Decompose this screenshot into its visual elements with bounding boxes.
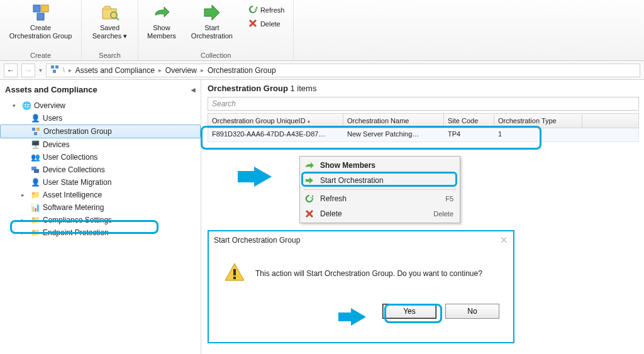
cell-uniqueid: F891D320-AAA6-47DD-A43E-D87… <box>208 128 343 141</box>
folder-search-icon <box>100 3 120 23</box>
show-members-button[interactable]: Show Members <box>145 1 179 41</box>
breadcrumb-overview[interactable]: Overview <box>165 66 197 75</box>
context-label: Refresh <box>320 194 347 203</box>
saved-searches-button[interactable]: Saved Searches ▾ <box>90 1 130 41</box>
navigation-bar: ← → ▾ \▸ Assets and Compliance ▸ Overvie… <box>0 61 644 80</box>
svg-rect-1 <box>42 5 48 12</box>
column-uniqueid[interactable]: Orchestration Group UniqueID▴ <box>208 114 343 128</box>
search-input[interactable]: Search <box>208 97 639 111</box>
context-separator <box>304 189 456 190</box>
tree-node-asset-intelligence[interactable]: ▸📁Asset Intelligence <box>0 189 201 201</box>
start-orchestration-button[interactable]: Start Orchestration <box>189 1 235 41</box>
ribbon: Create Orchestration Group Create Saved … <box>0 0 644 61</box>
ribbon-group-create: Create <box>30 52 51 60</box>
context-delete[interactable]: Delete Delete <box>301 206 458 221</box>
delete-button[interactable]: Delete <box>245 18 287 30</box>
context-label: Delete <box>320 209 342 218</box>
ribbon-group-collection: Collection <box>201 52 231 60</box>
tree-label: Users <box>43 114 62 123</box>
tree-node-users[interactable]: 👤Users <box>0 112 201 124</box>
navigation-tree: Assets and Compliance ◂ ▾🌐Overview 👤User… <box>0 80 201 354</box>
tree-label: User Collections <box>43 153 97 162</box>
refresh-button[interactable]: Refresh <box>245 4 287 16</box>
context-menu: Show Members Start Orchestration Refresh… <box>299 156 460 223</box>
metering-icon: 📊 <box>30 202 40 213</box>
play-arrow-icon <box>202 3 222 23</box>
forward-button[interactable]: → <box>21 64 35 77</box>
breadcrumb-assets[interactable]: Assets and Compliance <box>75 66 155 75</box>
tree-label: Device Collections <box>43 165 105 174</box>
svg-rect-6 <box>55 65 58 69</box>
context-label: Start Orchestration <box>320 176 384 185</box>
svg-rect-5 <box>51 65 54 69</box>
yes-button[interactable]: Yes <box>382 304 436 319</box>
tree-node-overview[interactable]: ▾🌐Overview <box>0 99 201 112</box>
context-label: Show Members <box>320 161 375 170</box>
collapse-tree-button[interactable]: ◂ <box>191 85 196 94</box>
tree-label: Asset Intelligence <box>43 191 102 199</box>
svg-rect-8 <box>32 128 35 131</box>
tree-title: Assets and Compliance <box>5 85 97 94</box>
show-members-label: Show Members <box>147 24 176 40</box>
create-button-label: Create Orchestration Group <box>9 24 72 40</box>
svg-rect-10 <box>34 132 37 135</box>
cell-type: 1 <box>494 128 582 141</box>
refresh-label: Refresh <box>260 6 285 14</box>
tree-label: Devices <box>43 140 70 149</box>
tree-node-user-state-migration[interactable]: 👤User State Migration <box>0 176 201 189</box>
cell-sitecode: TP4 <box>444 128 494 141</box>
device-icon: 🖥️ <box>30 140 40 150</box>
column-sitecode[interactable]: Site Code <box>444 114 494 128</box>
context-show-members[interactable]: Show Members <box>301 158 458 173</box>
ribbon-group-search: Search <box>99 52 121 60</box>
context-shortcut: Delete <box>433 210 453 218</box>
tree-node-device-collections[interactable]: Device Collections <box>0 163 201 176</box>
delete-icon <box>248 18 258 30</box>
table-row[interactable]: F891D320-AAA6-47DD-A43E-D87… New Server … <box>208 128 639 142</box>
no-button[interactable]: No <box>445 304 499 319</box>
tree-node-software-metering[interactable]: 📊Software Metering <box>0 201 201 214</box>
annotation-arrow <box>351 308 366 326</box>
detail-title: Orchestration Group 1 items <box>203 80 644 97</box>
tree-node-user-collections[interactable]: 👥User Collections <box>0 151 201 163</box>
orchestration-group-icon <box>31 3 51 23</box>
confirmation-dialog: Start Orchestration Group ✕ This action … <box>208 230 514 343</box>
svg-rect-12 <box>34 169 39 173</box>
play-arrow-icon <box>304 175 315 186</box>
tree-label: Endpoint Protection <box>43 228 109 237</box>
user-icon: 👤 <box>30 113 40 123</box>
cell-name: New Server Patching… <box>343 128 444 141</box>
back-button[interactable]: ← <box>4 64 18 77</box>
migration-icon: 👤 <box>30 177 40 187</box>
svg-rect-9 <box>36 128 40 131</box>
svg-rect-2 <box>37 13 44 20</box>
context-start-orchestration[interactable]: Start Orchestration <box>301 173 458 188</box>
context-shortcut: F5 <box>445 195 453 202</box>
tree-node-devices[interactable]: 🖥️Devices <box>0 138 201 151</box>
orch-icon <box>31 126 41 136</box>
column-name[interactable]: Orchestration Name <box>343 114 444 128</box>
create-orchestration-group-button[interactable]: Create Orchestration Group <box>7 1 75 41</box>
devices-icon <box>30 165 40 175</box>
tree-label: User State Migration <box>43 178 111 187</box>
annotation-arrow <box>254 167 272 187</box>
svg-line-4 <box>116 18 119 20</box>
column-type[interactable]: Orchestration Type <box>494 114 582 128</box>
breadcrumb-current[interactable]: Orchestration Group <box>208 66 276 75</box>
context-refresh[interactable]: Refresh F5 <box>301 191 458 206</box>
saved-searches-label: Saved Searches ▾ <box>92 24 128 40</box>
svg-rect-0 <box>33 5 40 12</box>
tree-node-orchestration-group[interactable]: Orchestration Group <box>0 124 201 138</box>
refresh-icon <box>304 193 315 204</box>
tree-node-compliance-settings[interactable]: ▸📁Compliance Settings <box>0 214 201 226</box>
tree-node-endpoint-protection[interactable]: ▸📁Endpoint Protection <box>0 226 201 239</box>
svg-rect-14 <box>233 277 236 279</box>
folder-icon: 📁 <box>30 215 40 225</box>
svg-rect-13 <box>233 269 236 275</box>
grid-header: Orchestration Group UniqueID▴ Orchestrat… <box>208 113 639 128</box>
share-arrow-icon <box>152 3 172 23</box>
breadcrumb[interactable]: \▸ Assets and Compliance ▸ Overview ▸ Or… <box>46 64 640 77</box>
close-icon[interactable]: ✕ <box>500 235 508 246</box>
globe-icon: 🌐 <box>21 101 31 111</box>
tree-label: Overview <box>34 101 65 110</box>
